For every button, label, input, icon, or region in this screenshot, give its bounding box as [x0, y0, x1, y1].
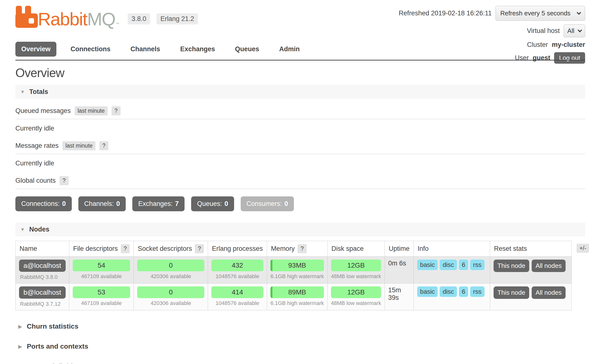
- queued-messages-label: Queued messages: [15, 107, 71, 115]
- disk-space-cell: 12GB 48MB low watermark: [327, 257, 384, 283]
- tab-channels[interactable]: Channels: [125, 42, 166, 57]
- cluster-label: Cluster: [527, 41, 548, 49]
- exchanges-count-badge[interactable]: Exchanges:7: [132, 196, 185, 211]
- connections-count-badge[interactable]: Connections:0: [15, 196, 72, 211]
- triangle-right-icon: ▶: [18, 344, 22, 349]
- metric-value: 0: [137, 286, 204, 298]
- info-tag-basic: basic: [417, 286, 438, 297]
- node-version: RabbitMQ 3.7.12: [19, 301, 66, 307]
- help-icon[interactable]: ?: [60, 176, 69, 185]
- info-tag-basic: basic: [417, 260, 438, 270]
- col-name: Name: [16, 241, 69, 257]
- message-rates-row: Message rates last minute ?: [15, 138, 585, 154]
- main-content: Overview ▼ Totals Queued messages last m…: [0, 66, 600, 364]
- tab-overview[interactable]: Overview: [15, 42, 56, 57]
- node-name-badge[interactable]: a@localhost: [19, 260, 66, 272]
- column-toggle-badge[interactable]: +/-: [577, 244, 589, 253]
- virtual-host-label: Virtual host: [527, 27, 560, 35]
- help-icon[interactable]: ?: [121, 244, 130, 253]
- header-divider: [15, 60, 585, 61]
- nodes-table-wrap: Name File descriptors? Socket descriptor…: [15, 241, 585, 310]
- table-header-row: Name File descriptors? Socket descriptor…: [16, 241, 572, 257]
- refresh-interval-select[interactable]: Refresh every 5 seconds: [496, 6, 585, 21]
- file-descriptors-cell: 53 467109 available: [69, 283, 134, 310]
- node-row-a: a@localhost RabbitMQ 3.8.0 54 467109 ava…: [16, 257, 572, 283]
- triangle-down-icon: ▼: [20, 89, 25, 95]
- section-export-definitions[interactable]: ▶ Export definitions: [15, 363, 585, 364]
- disk-space-cell: 12GB 48MB low watermark: [327, 283, 384, 310]
- triangle-right-icon: ▶: [18, 324, 22, 329]
- node-row-b: b@localhost RabbitMQ 3.7.12 53 467109 av…: [16, 283, 572, 310]
- help-icon[interactable]: ?: [298, 244, 307, 253]
- section-totals[interactable]: ▼ Totals: [15, 85, 585, 99]
- tab-exchanges[interactable]: Exchanges: [174, 42, 221, 57]
- reset-all-nodes-button[interactable]: All nodes: [532, 286, 566, 299]
- reset-this-node-button[interactable]: This node: [494, 286, 529, 299]
- cluster-name: my-cluster: [552, 41, 585, 49]
- queues-count-badge[interactable]: Queues:0: [191, 196, 234, 211]
- nodes-table: Name File descriptors? Socket descriptor…: [15, 241, 572, 310]
- node-name-badge[interactable]: b@localhost: [19, 286, 66, 299]
- node-name-cell: b@localhost RabbitMQ 3.7.12: [16, 283, 69, 310]
- col-reset-stats: Reset stats: [490, 241, 571, 257]
- socket-descriptors-cell: 0 420306 available: [134, 257, 208, 283]
- chevron-down-icon: [578, 28, 582, 32]
- help-icon[interactable]: ?: [195, 244, 204, 253]
- rabbitmq-rabbit-icon: [15, 5, 38, 28]
- channels-count-badge[interactable]: Channels:0: [78, 196, 126, 211]
- queued-messages-row: Queued messages last minute ?: [15, 103, 585, 119]
- message-rates-range-badge[interactable]: last minute: [62, 141, 95, 150]
- uptime-cell: 15m 39s: [385, 283, 414, 310]
- queued-messages-range-badge[interactable]: last minute: [75, 106, 108, 115]
- info-tag-cores: 6: [459, 286, 468, 297]
- logout-button[interactable]: Log out: [554, 52, 585, 64]
- metric-value: 432: [211, 260, 263, 271]
- metric-value: 93MB: [270, 260, 324, 271]
- triangle-down-icon: ▼: [20, 227, 25, 232]
- info-tag-rss: rss: [470, 260, 485, 270]
- section-churn-statistics[interactable]: ▶ Churn statistics: [15, 323, 585, 330]
- help-icon[interactable]: ?: [99, 141, 108, 150]
- chevron-down-icon: [577, 10, 581, 15]
- rabbitmq-logo[interactable]: RabbitMQ ™ 3.8.0 Erlang 21.2: [15, 5, 198, 28]
- main-nav-tabs: Overview Connections Channels Exchanges …: [15, 42, 306, 57]
- virtual-host-select[interactable]: All: [564, 24, 585, 37]
- global-counts-label: Global counts: [15, 177, 56, 184]
- tab-queues[interactable]: Queues: [229, 42, 265, 57]
- erlang-processes-cell: 414 1048576 available: [208, 283, 267, 310]
- erlang-version-badge: Erlang 21.2: [156, 13, 198, 24]
- reset-all-nodes-button[interactable]: All nodes: [532, 260, 566, 272]
- header-status-area: Refreshed 2019-02-18 16:26:11 Refresh ev…: [399, 6, 585, 64]
- erlang-processes-cell: 432 1048576 available: [208, 257, 267, 283]
- help-icon[interactable]: ?: [112, 106, 121, 115]
- global-count-badges: Connections:0 Channels:0 Exchanges:7 Que…: [15, 196, 585, 211]
- brand-wordmark: RabbitMQ: [38, 11, 115, 28]
- consumers-count-badge: Consumers:0: [241, 196, 294, 211]
- col-socket-descriptors: Socket descriptors?: [134, 241, 208, 257]
- reset-this-node-button[interactable]: This node: [494, 260, 529, 272]
- socket-descriptors-cell: 0 420306 available: [134, 283, 208, 310]
- metric-value: 12GB: [331, 260, 381, 271]
- info-tag-rss: rss: [470, 286, 485, 297]
- metric-value: 54: [73, 260, 130, 271]
- tab-connections[interactable]: Connections: [65, 42, 116, 57]
- metric-value: 53: [73, 286, 130, 298]
- refreshed-timestamp: Refreshed 2019-02-18 16:26:11: [399, 10, 492, 17]
- queued-messages-idle: Currently idle: [15, 119, 585, 138]
- section-ports-and-contexts[interactable]: ▶ Ports and contexts: [15, 343, 585, 350]
- col-uptime: Uptime: [385, 241, 414, 257]
- col-memory: Memory?: [267, 241, 327, 257]
- col-disk-space: Disk space: [327, 241, 384, 257]
- info-tag-cores: 6: [459, 260, 468, 270]
- section-nodes[interactable]: ▼ Nodes: [15, 222, 585, 236]
- message-rates-idle: Currently idle: [15, 154, 585, 173]
- tab-admin[interactable]: Admin: [273, 42, 306, 57]
- node-name-cell: a@localhost RabbitMQ 3.8.0: [16, 257, 69, 283]
- user-label: User: [515, 54, 529, 62]
- info-tag-disc: disc: [440, 286, 457, 297]
- global-counts-row: Global counts ?: [15, 173, 585, 189]
- memory-cell: 93MB 6.1GB high watermark: [267, 257, 327, 283]
- info-tag-disc: disc: [440, 260, 457, 270]
- metric-value: 414: [211, 286, 263, 298]
- info-cell: basicdisc6rss: [414, 283, 490, 310]
